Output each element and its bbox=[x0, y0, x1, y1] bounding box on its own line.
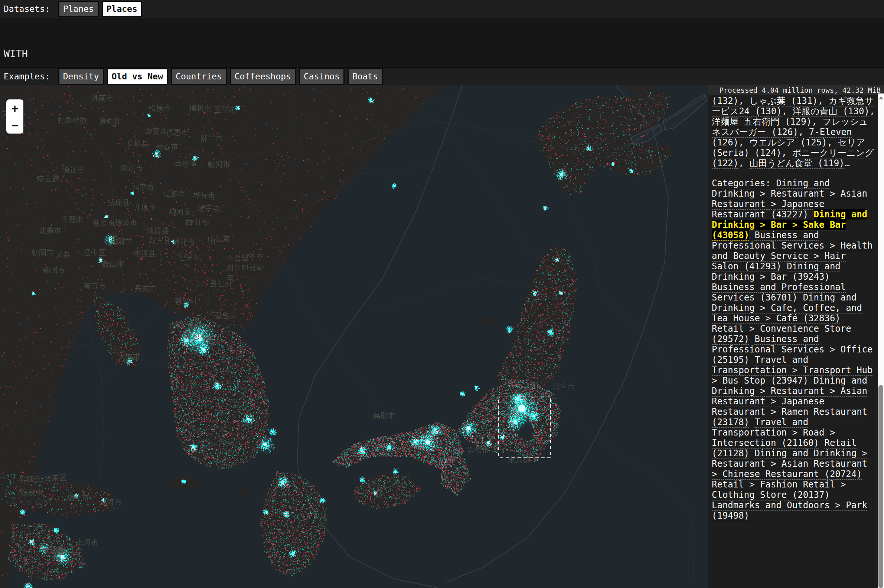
results-sidebar: (132), しゃぶ葉 (131), カギ救急サービス24 (130), 洋服の… bbox=[708, 95, 878, 588]
sql-query-editor[interactable]: WITH bitShiftLeft(1::UInt64, {z:UInt8}) … bbox=[0, 18, 884, 67]
example-button-old-vs-new[interactable]: Old vs New bbox=[107, 68, 168, 85]
example-button-casinos[interactable]: Casinos bbox=[299, 68, 344, 85]
map-canvas[interactable] bbox=[0, 86, 708, 588]
category-link[interactable]: Retail > Fashion Retail > Clothing Store… bbox=[712, 479, 846, 500]
examples-label: Examples: bbox=[4, 72, 50, 81]
sql-line: WITH bbox=[4, 48, 884, 60]
map-zoom-control: + − bbox=[6, 99, 23, 134]
zoom-out-button[interactable]: − bbox=[6, 117, 23, 134]
categories-label: Categories: bbox=[712, 178, 776, 189]
brand-link[interactable]: 洋服の青山 (130) bbox=[793, 106, 869, 117]
datasets-label: Datasets: bbox=[4, 4, 50, 14]
scrollbar-up-arrow-icon[interactable] bbox=[879, 96, 883, 99]
main-area: + − Processed 4.04 million rows, 42.32 M… bbox=[0, 86, 884, 588]
example-button-coffeeshops[interactable]: Coffeeshops bbox=[230, 68, 296, 85]
example-button-boats[interactable]: Boats bbox=[347, 68, 383, 85]
datasets-bar: Datasets: Planes Places bbox=[0, 0, 884, 18]
query-status-text: Processed 4.04 million rows, 42.32 MiB bbox=[708, 86, 884, 95]
category-link[interactable]: Landmarks and Outdoors > Park (19498) bbox=[712, 500, 867, 521]
brand-link[interactable]: (132) bbox=[712, 96, 738, 106]
dataset-button-planes[interactable]: Planes bbox=[58, 1, 99, 17]
examples-bar: Examples: Density Old vs New Countries C… bbox=[0, 67, 884, 86]
categories-list: Categories: Dining and Drinking > Restau… bbox=[712, 178, 875, 521]
brands-list: (132), しゃぶ葉 (131), カギ救急サービス24 (130), 洋服の… bbox=[712, 96, 875, 168]
example-button-countries[interactable]: Countries bbox=[171, 68, 227, 85]
brand-link[interactable]: ウエルシア (125) bbox=[749, 137, 827, 148]
brand-link[interactable]: しゃぶ葉 (131) bbox=[749, 96, 818, 106]
brand-link[interactable]: 洋麺屋 五右衛門 (129) bbox=[712, 117, 812, 127]
example-button-density[interactable]: Density bbox=[58, 68, 104, 85]
sidebar-scrollbar[interactable] bbox=[878, 93, 884, 588]
zoom-in-button[interactable]: + bbox=[6, 99, 23, 117]
scrollbar-thumb[interactable] bbox=[878, 385, 883, 588]
brand-link[interactable]: 山田うどん食堂 (119) bbox=[749, 158, 844, 168]
dataset-button-places[interactable]: Places bbox=[102, 1, 142, 17]
